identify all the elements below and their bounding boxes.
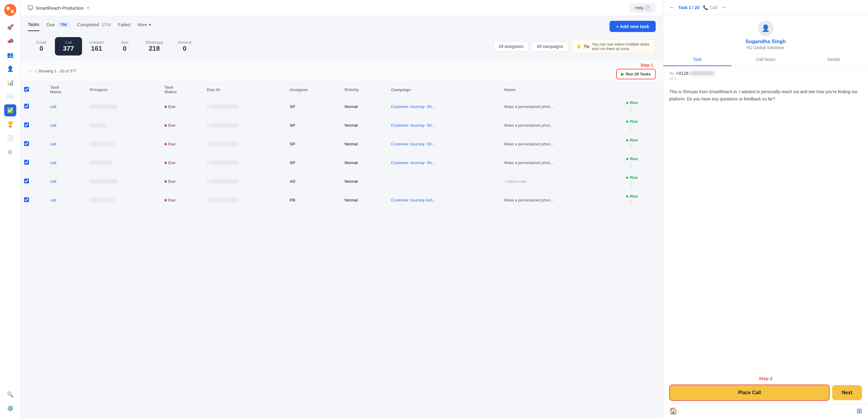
sidebar-icon-tasks[interactable]: ✅ xyxy=(4,104,16,117)
add-task-button[interactable]: + Add new task xyxy=(610,21,656,32)
tab-failed[interactable]: Failed xyxy=(118,22,130,31)
list-icon: ⊞ xyxy=(857,407,862,415)
task-name-4[interactable]: call xyxy=(50,179,56,184)
campaign-0[interactable]: Customer Journey- Sh... xyxy=(388,97,501,116)
tip-label: Tip xyxy=(584,44,589,49)
run-button-3[interactable]: ▶ Run xyxy=(626,157,638,161)
sidebar-icon-mail[interactable]: ✉️ xyxy=(4,91,16,102)
sidebar-icon-rocket[interactable]: 🚀 xyxy=(4,21,16,33)
notes-4[interactable]: + Add a note xyxy=(501,172,623,191)
tab-more-label: More xyxy=(137,22,147,27)
table-row: call XXXXXXXX Due V XXXXXXXXXX SP Normal… xyxy=(21,154,663,172)
panel-tab-task[interactable]: Task xyxy=(663,53,732,66)
row-checkbox-2[interactable] xyxy=(24,141,29,146)
more-menu-1[interactable]: ⋮ xyxy=(626,124,636,131)
status-5: Due xyxy=(161,191,203,210)
panel-prev-arrow[interactable]: ← xyxy=(669,4,675,10)
sidebar-icon-people[interactable]: 👥 xyxy=(4,49,16,61)
prev-page-arrow[interactable]: ‹ xyxy=(28,68,33,74)
channel-linkedin-count: 161 xyxy=(89,45,104,53)
tab-due[interactable]: Due 756 xyxy=(46,22,70,31)
row-checkbox-3[interactable] xyxy=(24,160,29,165)
due-at-4: V XXXXXXXXXX xyxy=(203,172,286,191)
run-button-0[interactable]: ▶ Run xyxy=(626,100,638,105)
campaign-4[interactable]: - xyxy=(388,172,501,191)
run-button-4[interactable]: ▶ Run xyxy=(626,175,638,180)
sidebar-icon-settings[interactable]: ⚙️ xyxy=(4,402,16,414)
row-checkbox-1[interactable] xyxy=(24,123,29,127)
more-menu-0[interactable]: ⋮ xyxy=(626,105,636,113)
more-menu-4[interactable]: ⋮ xyxy=(626,180,636,188)
campaign-2[interactable]: Customer Journey- Sh... xyxy=(388,135,501,154)
prospect-4: XXXXXXXXXX xyxy=(86,172,161,191)
svg-point-0 xyxy=(4,4,16,16)
assignee-3: SP xyxy=(286,154,341,172)
tip-text: You can use select multiple tasks and ru… xyxy=(592,42,651,51)
tab-tasks[interactable]: Tasks xyxy=(28,22,39,31)
more-menu-5[interactable]: ⋮ xyxy=(626,198,636,206)
channel-linkedin[interactable]: Linkedin 161 xyxy=(82,37,111,56)
panel-tab-details[interactable]: Details xyxy=(800,53,868,66)
org-dropdown-icon: ▾ xyxy=(87,6,89,10)
filter-row: Email 0 Call 377 Linkedin 161 Sms 0 What… xyxy=(21,32,663,60)
priority-2: Normal xyxy=(341,135,388,154)
channel-linkedin-label: Linkedin xyxy=(89,40,104,45)
channel-whatsapp[interactable]: Whatsapp 218 xyxy=(138,37,170,56)
channel-sms[interactable]: Sms 0 xyxy=(111,37,138,56)
channel-general[interactable]: General 0 xyxy=(170,37,199,56)
select-all-checkbox[interactable] xyxy=(24,87,29,92)
task-name-5[interactable]: call xyxy=(50,198,56,202)
task-name-0[interactable]: call xyxy=(50,104,56,109)
panel-next-arrow[interactable]: → xyxy=(721,4,726,10)
row-checkbox-5[interactable] xyxy=(24,197,29,202)
next-page-arrow[interactable]: › xyxy=(33,68,38,74)
run-button-5[interactable]: ▶ Run xyxy=(626,194,638,198)
channel-call[interactable]: Call 377 xyxy=(55,37,82,56)
app-logo[interactable] xyxy=(4,4,17,16)
all-assignees-label: All assignees xyxy=(499,44,524,49)
channel-general-count: 0 xyxy=(178,45,191,53)
row-checkbox-4[interactable] xyxy=(24,179,29,183)
task-name-2[interactable]: call xyxy=(50,142,56,146)
notes-1: Make a personalized phon... xyxy=(501,116,623,135)
step1-label: Step 1 xyxy=(616,63,656,68)
home-icon: 🏠 xyxy=(669,407,677,415)
home-button[interactable]: 🏠 xyxy=(669,407,677,415)
sidebar-icon-trophy[interactable]: 🏆 xyxy=(4,118,16,130)
sidebar-icon-megaphone[interactable]: 📣 xyxy=(4,35,16,47)
col-campaign: Campaign xyxy=(388,82,501,97)
next-button[interactable]: Next xyxy=(832,385,862,400)
sidebar-icon-grid[interactable]: ⊞ xyxy=(4,146,16,158)
more-menu-2[interactable]: ⋮ xyxy=(626,142,636,150)
run-20-button[interactable]: ▶ Run 20 Tasks xyxy=(616,69,656,79)
run-button-2[interactable]: ▶ Run xyxy=(626,138,638,142)
tab-completed[interactable]: Completed 3709 xyxy=(77,22,111,31)
sidebar-icon-user-search[interactable]: 🔍 xyxy=(4,388,16,400)
tab-more[interactable]: More ▾ xyxy=(137,22,151,31)
main-content: SmartReach Production ▾ Help ? Tasks Due… xyxy=(21,0,663,418)
contact-name[interactable]: Sugandha Singh xyxy=(745,39,786,45)
channel-email[interactable]: Email 0 xyxy=(28,37,55,56)
sidebar-icon-person[interactable]: 👤 xyxy=(4,63,16,75)
all-campaigns-button[interactable]: All campaigns xyxy=(532,41,568,52)
sidebar-icon-doc[interactable]: 📄 xyxy=(4,132,16,144)
task-name-3[interactable]: call xyxy=(50,160,56,165)
list-view-button[interactable]: ⊞ xyxy=(857,407,862,415)
sidebar-icon-chart[interactable]: 📊 xyxy=(4,76,16,89)
campaign-3[interactable]: Customer Journey- Sh... xyxy=(388,154,501,172)
panel-tab-call-notes[interactable]: Call Notes xyxy=(732,53,800,66)
org-selector[interactable]: SmartReach Production ▾ xyxy=(28,5,89,10)
run-button-1[interactable]: ▶ Run xyxy=(626,119,638,124)
row-checkbox-0[interactable] xyxy=(24,104,29,108)
more-menu-3[interactable]: ⋮ xyxy=(626,161,636,169)
campaign-5[interactable]: Customer Journey-Ash... xyxy=(388,191,501,210)
task-name-1[interactable]: call xyxy=(50,123,56,128)
place-call-button[interactable]: Place Call xyxy=(669,385,830,401)
status-0: Due xyxy=(161,97,203,116)
pagination-text: Showing 1 - 20 of 377 xyxy=(38,69,76,73)
prospect-3: XXXXXXXX xyxy=(86,154,161,172)
campaign-1[interactable]: Customer Journey- Sh... xyxy=(388,116,501,135)
all-assignees-button[interactable]: All assignees xyxy=(493,41,529,52)
help-button[interactable]: Help ? xyxy=(629,3,656,13)
col-actions xyxy=(623,82,663,97)
